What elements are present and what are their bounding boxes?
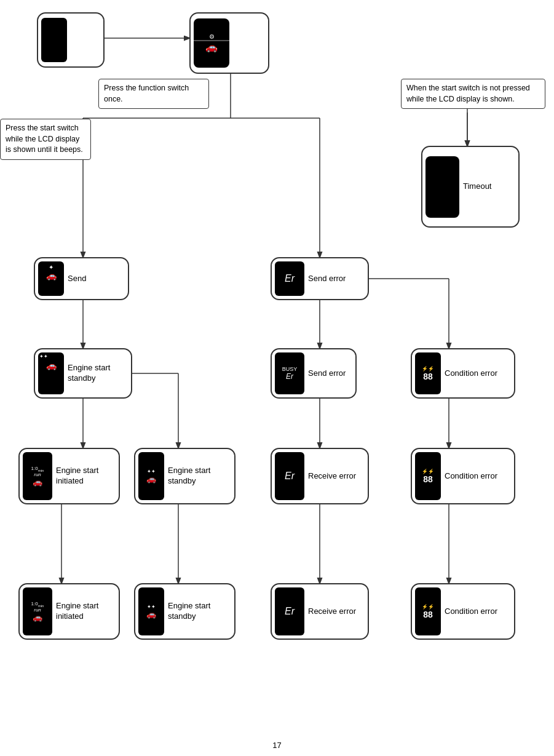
top-left-box	[37, 12, 105, 68]
engine-start-standby-1-label: Engine start standby	[68, 363, 128, 384]
send-error-1-box: Er Send error	[271, 257, 369, 300]
top-car-box: ⚙ 🚗	[189, 12, 269, 74]
engine-start-standby-1-box: ✦✦ 🚗 Engine start standby	[34, 348, 132, 399]
receive-error-2-box: Er Receive error	[271, 583, 369, 640]
send-box: ✦ 🚗 Send	[34, 257, 129, 300]
condition-error-2-label: Condition error	[445, 471, 497, 482]
send-error-2-box: BUSY Er Send error	[271, 348, 357, 399]
engine-start-initiated-2-label: Engine start initiated	[56, 601, 116, 622]
send-error-1-label: Send error	[308, 274, 346, 284]
when-start-note: When the start switch is not pressed whi…	[401, 79, 545, 109]
timeout-label: Timeout	[463, 181, 491, 192]
send-label: Send	[68, 274, 86, 284]
page-number: 17	[272, 741, 281, 750]
engine-start-standby-3-box: ✦✦ 🚗 Engine start standby	[134, 583, 235, 640]
condition-error-3-box: ⚡⚡ 88 Condition error	[411, 583, 515, 640]
condition-error-1-label: Condition error	[445, 368, 497, 379]
press-function-note: Press the function switch once.	[98, 79, 209, 109]
engine-start-standby-2-label: Engine start standby	[168, 466, 231, 487]
condition-error-3-label: Condition error	[445, 607, 497, 617]
timeout-box: Timeout	[421, 146, 520, 228]
press-start-note: Press the start switch while the LCD dis…	[0, 119, 91, 160]
engine-start-initiated-1-box: 1:0min run 🚗 Engine start initiated	[18, 448, 120, 504]
condition-error-1-box: ⚡⚡ 88 Condition error	[411, 348, 515, 399]
receive-error-1-box: Er Receive error	[271, 448, 369, 504]
engine-start-standby-3-label: Engine start standby	[168, 601, 231, 622]
diagram-container: ⚙ 🚗 Press the function switch once. Pres…	[0, 0, 554, 756]
condition-error-2-box: ⚡⚡ 88 Condition error	[411, 448, 515, 504]
engine-start-initiated-1-label: Engine start initiated	[56, 466, 116, 487]
receive-error-2-label: Receive error	[308, 607, 356, 617]
send-error-2-label: Send error	[308, 368, 346, 379]
engine-start-initiated-2-box: 1:0min run 🚗 Engine start initiated	[18, 583, 120, 640]
engine-start-standby-2-box: ✦✦ 🚗 Engine start standby	[134, 448, 235, 504]
receive-error-1-label: Receive error	[308, 471, 356, 482]
